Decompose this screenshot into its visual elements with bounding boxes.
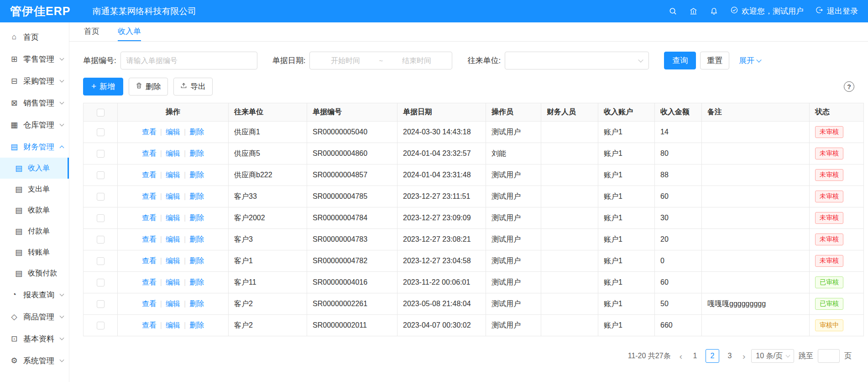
tab[interactable]: 首页 bbox=[84, 22, 99, 41]
jump-page-input[interactable] bbox=[818, 349, 840, 363]
edit-link[interactable]: 编辑 bbox=[166, 192, 180, 200]
edit-link[interactable]: 编辑 bbox=[166, 128, 180, 136]
view-link[interactable]: 查看 bbox=[142, 257, 157, 265]
view-link[interactable]: 查看 bbox=[142, 192, 157, 200]
row-delete-link[interactable]: 删除 bbox=[189, 149, 204, 157]
edit-link[interactable]: 编辑 bbox=[166, 214, 180, 222]
row-checkbox[interactable] bbox=[97, 257, 105, 265]
sidebar-item[interactable]: ⊟ 采购管理 bbox=[0, 70, 69, 92]
sidebar-subitem[interactable]: ▤ 收款单 bbox=[0, 200, 69, 221]
logout-button[interactable]: 退出登录 bbox=[816, 6, 858, 16]
view-link[interactable]: 查看 bbox=[142, 235, 157, 243]
row-checkbox[interactable] bbox=[97, 300, 105, 308]
row-checkbox[interactable] bbox=[97, 150, 105, 158]
sidebar-subitem[interactable]: ▤ 支出单 bbox=[0, 179, 69, 200]
row-checkbox[interactable] bbox=[97, 128, 105, 136]
partner-select[interactable] bbox=[505, 52, 649, 69]
sidebar-subitem[interactable]: ▤ 收入单 bbox=[0, 158, 69, 179]
row-checkbox[interactable] bbox=[97, 322, 105, 329]
search-button[interactable]: 查询 bbox=[664, 52, 696, 69]
sidebar-subitem[interactable]: ▤ 收预付款 bbox=[0, 263, 69, 284]
view-link[interactable]: 查看 bbox=[142, 128, 157, 136]
amount-cell: 30 bbox=[655, 207, 702, 229]
view-link[interactable]: 查看 bbox=[142, 214, 157, 222]
sidebar-subitem[interactable]: ▤ 付款单 bbox=[0, 221, 69, 242]
status-badge: 未审核 bbox=[815, 255, 843, 267]
row-delete-link[interactable]: 删除 bbox=[189, 235, 204, 243]
divider: | bbox=[184, 321, 186, 329]
number-input[interactable] bbox=[120, 52, 257, 69]
page-number[interactable]: 2 bbox=[706, 349, 719, 363]
page-number[interactable]: 1 bbox=[688, 349, 702, 363]
row-checkbox[interactable] bbox=[97, 193, 105, 201]
edit-link[interactable]: 编辑 bbox=[166, 300, 180, 308]
sidebar-item[interactable]: ⊡ 基本资料 bbox=[0, 328, 69, 350]
remark-cell bbox=[702, 143, 810, 164]
bank-icon[interactable] bbox=[689, 7, 698, 16]
divider: | bbox=[184, 235, 186, 243]
sidebar-item[interactable]: ◇ 商品管理 bbox=[0, 306, 69, 328]
page-number[interactable]: 3 bbox=[723, 349, 737, 363]
sidebar-subitem[interactable]: ▤ 转账单 bbox=[0, 242, 69, 263]
edit-link[interactable]: 编辑 bbox=[166, 257, 180, 265]
date-range-picker[interactable]: ~ bbox=[309, 52, 452, 69]
sidebar-item[interactable]: ⌂ 首页 bbox=[0, 26, 69, 48]
bell-icon[interactable] bbox=[710, 7, 718, 16]
help-icon[interactable]: ? bbox=[844, 81, 854, 92]
status-badge: 未审核 bbox=[815, 126, 843, 138]
row-delete-link[interactable]: 删除 bbox=[189, 192, 204, 200]
view-link[interactable]: 查看 bbox=[142, 321, 157, 329]
remark-cell bbox=[702, 250, 810, 272]
page-size-select[interactable]: 10 条/页 bbox=[751, 349, 794, 363]
edit-link[interactable]: 编辑 bbox=[166, 278, 180, 286]
row-delete-link[interactable]: 删除 bbox=[189, 321, 204, 329]
add-button[interactable]: + 新增 bbox=[83, 78, 123, 96]
row-checkbox[interactable] bbox=[97, 279, 105, 286]
view-link[interactable]: 查看 bbox=[142, 149, 157, 157]
delete-button[interactable]: 删除 bbox=[129, 78, 168, 96]
export-icon bbox=[180, 82, 187, 91]
edit-link[interactable]: 编辑 bbox=[166, 149, 180, 157]
status-badge: 未审核 bbox=[815, 233, 843, 245]
row-delete-link[interactable]: 删除 bbox=[189, 300, 204, 308]
search-icon[interactable] bbox=[669, 7, 677, 16]
reset-button[interactable]: 重置 bbox=[700, 52, 729, 69]
export-button[interactable]: 导出 bbox=[173, 78, 213, 96]
prev-page-icon[interactable]: ‹ bbox=[678, 352, 684, 361]
next-page-icon[interactable]: › bbox=[741, 352, 747, 361]
date-start-input[interactable] bbox=[314, 57, 377, 65]
row-delete-link[interactable]: 删除 bbox=[189, 171, 204, 179]
sidebar-item[interactable]: ⊞ 零售管理 bbox=[0, 48, 69, 70]
tab[interactable]: 收入单 bbox=[118, 22, 141, 41]
edit-link[interactable]: 编辑 bbox=[166, 321, 180, 329]
row-delete-link[interactable]: 删除 bbox=[189, 214, 204, 222]
sidebar-item[interactable]: ⚙ 系统管理 bbox=[0, 350, 69, 371]
sidebar-item[interactable]: ⊠ 销售管理 bbox=[0, 92, 69, 114]
sidebar-bottom-group: ◔ 报表查询 ◇ 商品管理 ⊡ 基本资料 ⚙ bbox=[0, 284, 69, 371]
edit-link[interactable]: 编辑 bbox=[166, 235, 180, 243]
view-link[interactable]: 查看 bbox=[142, 278, 157, 286]
row-checkbox[interactable] bbox=[97, 236, 105, 244]
chevron-icon bbox=[60, 122, 64, 126]
add-label: 新增 bbox=[99, 81, 115, 92]
row-delete-link[interactable]: 删除 bbox=[189, 257, 204, 265]
row-delete-link[interactable]: 删除 bbox=[189, 278, 204, 286]
sidebar-item[interactable]: ▦ 仓库管理 bbox=[0, 114, 69, 136]
expand-link[interactable]: 展开 bbox=[739, 55, 761, 66]
table-wrapper: 操作 往来单位 单据编号 单据日期 操作员 财务人员 收入账户 收入金额 备注 … bbox=[83, 103, 863, 336]
sidebar-item[interactable]: ▤ 财务管理 bbox=[0, 136, 69, 158]
welcome-user[interactable]: 欢迎您，测试用户 bbox=[730, 6, 804, 16]
row-checkbox[interactable] bbox=[97, 171, 105, 179]
date-end-input[interactable] bbox=[385, 57, 448, 65]
table-header-row: 操作 往来单位 单据编号 单据日期 操作员 财务人员 收入账户 收入金额 备注 … bbox=[84, 103, 864, 122]
edit-link[interactable]: 编辑 bbox=[166, 171, 180, 179]
welcome-text: 欢迎您，测试用户 bbox=[742, 6, 804, 16]
view-link[interactable]: 查看 bbox=[142, 300, 157, 308]
sidebar-item[interactable]: ◔ 报表查询 bbox=[0, 284, 69, 306]
menu-label: 首页 bbox=[23, 32, 39, 42]
select-all-checkbox[interactable] bbox=[97, 109, 105, 117]
row-delete-link[interactable]: 删除 bbox=[189, 128, 204, 136]
view-link[interactable]: 查看 bbox=[142, 171, 157, 179]
amount-cell: 50 bbox=[655, 293, 702, 315]
row-checkbox[interactable] bbox=[97, 214, 105, 222]
